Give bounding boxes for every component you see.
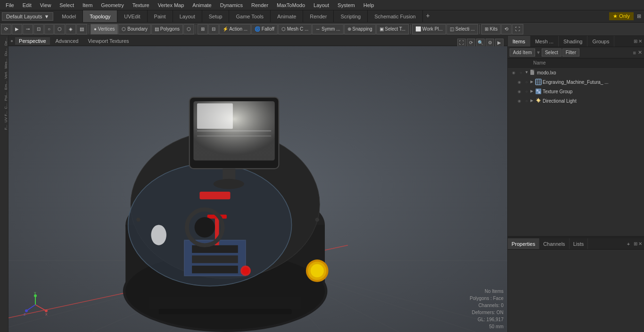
expand-modo[interactable]: ▼: [525, 70, 529, 75]
filter-btn[interactable]: Filter: [562, 49, 579, 57]
menu-layout[interactable]: Layout: [310, 1, 333, 9]
viewport-maximize-btn[interactable]: ⛶: [457, 39, 466, 47]
viewport-tab-advanced[interactable]: Advanced: [52, 37, 83, 45]
sidebar-tool-vert[interactable]: Vert.: [0, 70, 8, 80]
rotate-icon-btn[interactable]: ⟲: [501, 24, 512, 34]
sidebar-tool-du[interactable]: Du...: [0, 47, 8, 57]
eye2-icon-modo[interactable]: ○: [517, 69, 525, 76]
default-layouts-dropdown[interactable]: Default Layouts ▼: [2, 12, 53, 21]
boundary-btn[interactable]: ⬡ Boundary: [118, 24, 151, 34]
menu-geometry[interactable]: Geometry: [97, 1, 127, 9]
layout-tab-uvedit[interactable]: UVEdit: [117, 10, 147, 22]
lasso-btn[interactable]: ⊸: [23, 24, 33, 34]
select-items-btn[interactable]: Select: [542, 49, 561, 57]
paint-btn[interactable]: ▤: [76, 24, 87, 34]
tree-item-modo[interactable]: ○ ▼ modo.lxo: [508, 68, 644, 77]
layout-tab-topology[interactable]: Topology: [83, 10, 117, 22]
tree-item-texture[interactable]: ○ ▶ Texture Group: [508, 87, 644, 96]
layout-tab-scripting[interactable]: Scripting: [334, 10, 368, 22]
layout-tab-setup[interactable]: Setup: [202, 10, 230, 22]
poly2-btn[interactable]: ⬡: [183, 24, 194, 34]
expand-texture[interactable]: ▶: [530, 89, 535, 94]
kits-btn[interactable]: ⊞ Kits: [481, 24, 501, 34]
viewport-more-btn[interactable]: ▶: [495, 39, 504, 47]
prop-tab-lists[interactable]: Lists: [570, 238, 588, 249]
viewport-refresh-btn[interactable]: ⟳: [467, 39, 475, 47]
falloff-btn[interactable]: 🌀 Falloff: [251, 24, 278, 34]
poly-btn[interactable]: ⬡: [54, 24, 65, 34]
add-layout-button[interactable]: +: [423, 10, 433, 21]
sidebar-tool-uv[interactable]: UV F...: [0, 110, 8, 123]
prop-close-btn[interactable]: ✕: [638, 241, 642, 246]
sidebar-tool-em[interactable]: Em...: [0, 80, 8, 91]
circle-btn[interactable]: ○: [44, 24, 54, 34]
menu-maxtomodo[interactable]: MaxToModo: [273, 1, 309, 9]
sidebar-tool-de[interactable]: De...: [0, 37, 8, 47]
viewport-settings-btn[interactable]: ⚙: [486, 39, 494, 47]
menu-view[interactable]: View: [36, 1, 55, 9]
layout-tab-paint[interactable]: Paint: [148, 10, 173, 22]
eye-icon-texture[interactable]: [515, 88, 523, 95]
selectt-btn[interactable]: ▣ Select T...: [376, 24, 409, 34]
viewport-3d[interactable]: X Y Z No Items Polygons : Face Channels:…: [8, 46, 507, 332]
eye-icon-modo[interactable]: [510, 69, 517, 76]
layout-tab-gametools[interactable]: Game Tools: [229, 10, 271, 22]
vertices-btn[interactable]: ● Vertices: [91, 24, 118, 34]
menu-file[interactable]: File: [2, 1, 18, 9]
selecti-btn[interactable]: ◫ Selecti ...: [446, 24, 478, 34]
sidebar-tool-c[interactable]: C...: [0, 102, 8, 110]
items-toolbar-expand[interactable]: ≡: [633, 50, 636, 56]
polygons-btn[interactable]: ▤ Polygons: [151, 24, 183, 34]
fullscreen-btn[interactable]: ⛶: [512, 24, 523, 34]
undo-btn[interactable]: ⟳: [1, 24, 11, 34]
items-toolbar-close[interactable]: ✕: [638, 49, 642, 56]
viewport-tab-perspective[interactable]: Perspective: [15, 37, 50, 45]
expand-light[interactable]: ▶: [530, 98, 535, 103]
eye2-icon-texture[interactable]: ○: [523, 88, 530, 95]
meshc-btn[interactable]: ⬡ Mesh C ...: [278, 24, 312, 34]
sidebar-tool-mes[interactable]: Mes...: [0, 57, 8, 70]
menu-vertex-map[interactable]: Vertex Map: [154, 1, 188, 9]
viewport-tab-textures[interactable]: Viewport Textures: [84, 37, 132, 45]
layout-tab-layout[interactable]: Layout: [173, 10, 202, 22]
menu-dynamics[interactable]: Dynamics: [216, 1, 247, 9]
view2-btn[interactable]: ⊟: [208, 24, 219, 34]
tree-item-light[interactable]: ○ ▶ Directional Light: [508, 96, 644, 105]
prop-expand-btn[interactable]: ⊞: [634, 241, 637, 246]
eye-icon-light[interactable]: [515, 97, 523, 105]
action-btn[interactable]: ⚡ Action ...: [219, 24, 251, 34]
menu-texture[interactable]: Texture: [129, 1, 153, 9]
sidebar-tool-pol[interactable]: Pol...: [0, 91, 8, 102]
viewport-zoom-btn[interactable]: 🔍: [476, 39, 485, 47]
eye-icon-engraving[interactable]: [515, 78, 523, 86]
prop-tab-properties[interactable]: Properties: [508, 238, 539, 249]
layout-tab-render[interactable]: Render: [303, 10, 334, 22]
panel-tab-groups[interactable]: Groups: [587, 36, 614, 47]
tree-item-engraving[interactable]: ○ ▶ Engraving_Machine_Futura_ ...: [508, 77, 644, 87]
pen-btn[interactable]: ◈: [66, 24, 76, 34]
snapping-btn[interactable]: ⊕ Snapping: [344, 24, 376, 34]
eye2-icon-engraving[interactable]: ○: [523, 78, 530, 86]
menu-system[interactable]: System: [334, 1, 359, 9]
menu-render[interactable]: Render: [248, 1, 272, 9]
view-btn[interactable]: ⊞: [198, 24, 208, 34]
rect-btn[interactable]: ⊡: [33, 24, 44, 34]
add-item-btn[interactable]: Add Item: [510, 49, 535, 57]
layout-tab-model[interactable]: Model: [55, 10, 83, 22]
sidebar-tool-f[interactable]: F...: [0, 124, 8, 131]
symm-btn[interactable]: ↔ Symm ...: [312, 24, 343, 34]
maximize-button[interactable]: ⊞: [634, 11, 644, 22]
workpl-btn[interactable]: ⬜ Work Pl...: [412, 24, 446, 34]
menu-help[interactable]: Help: [360, 1, 378, 9]
prop-tab-channels[interactable]: Channels: [539, 238, 569, 249]
panel-expand-btn[interactable]: ⊞: [634, 39, 637, 44]
layout-tab-animate[interactable]: Animate: [271, 10, 303, 22]
viewport-dot[interactable]: ●: [10, 38, 13, 43]
menu-animate[interactable]: Animate: [189, 1, 215, 9]
menu-select[interactable]: Select: [56, 1, 78, 9]
eye2-icon-light[interactable]: ○: [523, 97, 530, 105]
layout-tab-schematic[interactable]: Schematic Fusion: [368, 10, 422, 22]
select-btn[interactable]: ▶: [12, 24, 22, 34]
expand-engraving[interactable]: ▶: [530, 80, 535, 84]
prop-add-button[interactable]: +: [624, 240, 633, 248]
